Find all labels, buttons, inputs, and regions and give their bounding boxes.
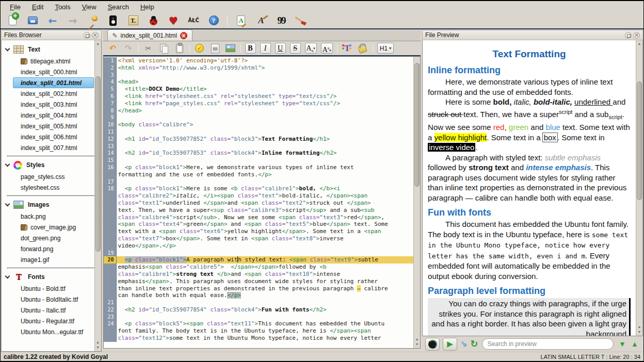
- sync-icon[interactable]: ⇘: [460, 339, 467, 349]
- chevron-down-icon[interactable]: [5, 161, 10, 167]
- file-item-titlepage-xhtml[interactable]: titlepage.xhtml: [13, 56, 94, 67]
- file-item-ubuntu-bolditalic-ttf[interactable]: Ubuntu - BoldItalic.ttf: [13, 294, 94, 305]
- chevron-down-icon[interactable]: [5, 273, 10, 278]
- underline-icon[interactable]: U: [275, 43, 286, 54]
- code-row[interactable]: video</span>.</p>: [104, 242, 414, 250]
- menu-edit[interactable]: Edit: [27, 2, 49, 12]
- code-row[interactable]: emphasis<span class="calibre5"> </span><…: [104, 264, 414, 271]
- code-row[interactable]: font family. The body text is in the Ubu…: [104, 327, 414, 335]
- close-panel-icon[interactable]: [92, 32, 99, 39]
- file-item-index-split-006-html[interactable]: index_split_006.html: [13, 131, 94, 142]
- code-row[interactable]: emphasis</span>. This paragraph uses doc…: [104, 278, 414, 285]
- menu-search[interactable]: Search: [103, 2, 134, 12]
- file-item-ubuntu-bold-ttf[interactable]: Ubuntu - Bold.ttf: [13, 283, 94, 294]
- code-row[interactable]: 7 <link href="page_styles.css" rel="styl…: [104, 100, 414, 107]
- menu-view[interactable]: View: [77, 2, 102, 12]
- new-file-icon[interactable]: [6, 14, 19, 27]
- code-row[interactable]: 20 <p class="block1">A paragraph with st…: [104, 256, 414, 264]
- file-item-ubuntu-mon-egular-ttf[interactable]: Ubuntu Mon...egular.ttf: [13, 326, 94, 337]
- undo-icon[interactable]: ↶: [107, 43, 119, 54]
- font-color-icon[interactable]: T: [342, 43, 353, 54]
- section-images[interactable]: Images: [2, 199, 101, 211]
- code-row[interactable]: text. Then, we have a super<sup class="c…: [104, 207, 414, 214]
- file-item-back-png[interactable]: back.png: [13, 211, 94, 222]
- code-row[interactable]: formatting and the use of embedded fonts…: [104, 171, 414, 178]
- file-item-ubuntu-regular-ttf[interactable]: Ubuntu - Regular.ttf: [13, 316, 94, 326]
- code-row[interactable]: 16 <p class="block1">Here, we demonstrat…: [104, 164, 414, 171]
- code-row[interactable]: 8</head>: [104, 107, 414, 114]
- a-pencil-icon[interactable]: A: [254, 14, 268, 27]
- file-item-cover-image-jpg[interactable]: cover_image.jpg: [13, 222, 94, 233]
- save-icon[interactable]: [26, 14, 39, 27]
- file-item-forward-png[interactable]: forward.png: [13, 243, 94, 254]
- code-row[interactable]: 14 <h2 id="id_Toc359077853" class="block…: [104, 150, 414, 157]
- font-tile-icon[interactable]: T.: [126, 14, 140, 27]
- editor-scrollbar-thumb[interactable]: [414, 63, 420, 187]
- code-row[interactable]: <span class="text4">green</span> and <sp…: [104, 221, 414, 228]
- domino-icon[interactable]: [106, 14, 120, 27]
- back-icon[interactable]: ←: [46, 14, 59, 27]
- file-item-index-split-003-html[interactable]: index_split_003.html: [13, 99, 94, 110]
- file-item-index-split-007-html[interactable]: index_split_007.html: [13, 142, 94, 153]
- code-row[interactable]: 6 <link href="stylesheet.css" rel="style…: [104, 93, 414, 100]
- quotes-icon[interactable]: 99: [275, 14, 288, 27]
- file-item-image1-gif[interactable]: image1.gif: [13, 254, 94, 265]
- superscript-icon[interactable]: As▴: [321, 43, 333, 54]
- code-row[interactable]: class="text7">box</span>. Some text in <…: [104, 235, 414, 242]
- code-row[interactable]: class="text1">underlined </span>and <spa…: [104, 200, 414, 207]
- files-scrollbar-thumb[interactable]: [95, 76, 101, 252]
- code-row[interactable]: than inline text properties as demonstra…: [104, 285, 414, 292]
- section-styles[interactable]: Styles: [2, 159, 101, 171]
- file-item-index-split-002-html[interactable]: index_split_002.html: [13, 88, 94, 99]
- code-row[interactable]: 17: [104, 178, 414, 186]
- chevron-down-icon[interactable]: [5, 201, 10, 206]
- code-row[interactable]: 24 <p class="block5"><span class="text11…: [104, 320, 414, 327]
- code-row[interactable]: 1<?xml version='1.0' encoding='utf-8'?>: [104, 57, 414, 64]
- subscript-icon[interactable]: As▾: [305, 43, 317, 54]
- scroll-down-icon[interactable]: ▾: [636, 330, 642, 335]
- code-row[interactable]: 2<html xmlns="http://www.w3.org/1999/xht…: [104, 64, 414, 72]
- file-item-page-styles-css[interactable]: page_styles.css: [13, 171, 94, 182]
- scroll-up-icon[interactable]: ▴: [95, 340, 101, 345]
- code-editor[interactable]: 1<?xml version='1.0' encoding='utf-8'?>2…: [103, 56, 421, 349]
- file-item-index-split-001-html[interactable]: index_split_001.html: [13, 77, 94, 88]
- cut-icon[interactable]: ✂: [143, 43, 154, 54]
- float-panel-icon[interactable]: [625, 32, 632, 39]
- close-panel-icon[interactable]: [633, 32, 640, 39]
- file-item-index-split-000-html[interactable]: index_split_000.html: [13, 67, 94, 77]
- code-row[interactable]: 18 <p class="block1">Here is some <b cla…: [104, 185, 414, 192]
- scroll-down-icon[interactable]: ▾: [95, 345, 101, 350]
- insert-line-icon[interactable]: [210, 43, 221, 54]
- scroll-up-icon[interactable]: ▴: [636, 41, 642, 46]
- code-row[interactable]: class="calibre1">strong text </b>and <sp…: [104, 271, 414, 278]
- code-row[interactable]: class="text12">some text in the Ubuntu M…: [104, 335, 414, 342]
- search-input[interactable]: [482, 338, 614, 350]
- code-row[interactable]: 11: [104, 128, 414, 136]
- code-row[interactable]: 4<head>: [104, 78, 414, 86]
- float-panel-icon[interactable]: [84, 32, 90, 39]
- code-row[interactable]: 22 <h2 id="id_Toc359077854" class="block…: [104, 306, 414, 314]
- heading-level-icon[interactable]: H1▾: [377, 43, 394, 54]
- code-row[interactable]: 9: [104, 114, 414, 121]
- broom-icon[interactable]: [295, 14, 308, 27]
- tab-close-icon[interactable]: ×: [180, 32, 187, 39]
- code-row[interactable]: can handle both with equal ease.</p>: [104, 292, 414, 299]
- heart-icon[interactable]: ♥: [167, 14, 180, 27]
- document-a-icon[interactable]: A: [234, 14, 248, 27]
- help-icon[interactable]: ?: [207, 14, 220, 27]
- code-row[interactable]: text with a <span class="text6">yellow h…: [104, 228, 414, 235]
- tab-index-split-001[interactable]: ✎ index_split_001.html ×: [107, 29, 192, 41]
- section-fonts[interactable]: TFonts: [2, 271, 101, 283]
- find-next-icon[interactable]: ▼: [617, 340, 627, 348]
- ladybug-icon[interactable]: [147, 14, 160, 27]
- scroll-up-icon[interactable]: ▴: [95, 41, 101, 46]
- insert-image-icon[interactable]: [225, 43, 236, 54]
- scroll-up-icon[interactable]: ▴: [414, 337, 420, 342]
- spellcheck-icon[interactable]: ÅŁČ: [187, 14, 200, 27]
- scroll-up-icon[interactable]: ▴: [636, 324, 642, 330]
- menu-help[interactable]: Help: [135, 2, 159, 12]
- run-button[interactable]: ▶: [443, 338, 457, 351]
- strikethrough-icon[interactable]: S: [290, 43, 301, 54]
- italic-icon[interactable]: I: [260, 43, 271, 54]
- code-row[interactable]: 15: [104, 157, 414, 164]
